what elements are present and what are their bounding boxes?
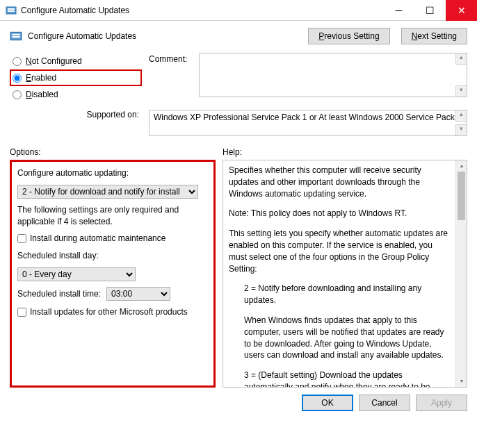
help-scrollbar[interactable]: ▴ ▾ — [455, 160, 467, 387]
state-radio-group: Not Configured Enabled Disabled — [10, 53, 142, 103]
svg-rect-5 — [12, 36, 19, 38]
svg-rect-4 — [12, 34, 19, 35]
help-text: Specifies whether this computer will rec… — [229, 165, 451, 199]
install-during-maintenance-checkbox[interactable]: Install during automatic maintenance — [17, 233, 208, 244]
supported-on-box: Windows XP Professional Service Pack 1 o… — [149, 110, 467, 136]
scroll-up-icon[interactable]: ▴ — [455, 110, 467, 122]
radio-not-configured-input[interactable] — [13, 57, 22, 66]
options-note: The following settings are only required… — [17, 204, 208, 228]
gpo-icon — [6, 5, 17, 16]
scheduled-time-label: Scheduled install time: — [17, 288, 101, 300]
svg-rect-2 — [8, 10, 15, 12]
scroll-down-icon[interactable]: ▾ — [455, 85, 467, 97]
help-text: 2 = Notify before downloading and instal… — [229, 283, 451, 306]
radio-disabled[interactable]: Disabled — [10, 86, 142, 103]
options-pane: Configure automatic updating: 2 - Notify… — [10, 160, 216, 388]
svg-rect-1 — [8, 8, 15, 10]
ok-button[interactable]: OK — [302, 395, 353, 411]
gpo-icon — [10, 30, 22, 42]
next-setting-button[interactable]: Next Setting — [401, 28, 467, 44]
radio-disabled-input[interactable] — [13, 90, 22, 99]
comment-textarea[interactable]: ▴ ▾ — [199, 53, 467, 97]
apply-button[interactable]: Apply — [416, 395, 467, 411]
comment-label: Comment: — [149, 53, 192, 64]
radio-enabled-input[interactable] — [13, 74, 22, 83]
footer: OK Cancel Apply — [0, 388, 477, 418]
cancel-button[interactable]: Cancel — [359, 395, 410, 411]
scroll-down-icon[interactable]: ▾ — [456, 376, 467, 387]
close-button[interactable]: ✕ — [446, 0, 477, 21]
scheduled-time-select[interactable]: 03:00 — [106, 287, 170, 301]
help-text: Note: This policy does not apply to Wind… — [229, 208, 451, 219]
scheduled-day-label: Scheduled install day: — [17, 250, 208, 262]
options-label: Options: — [10, 147, 216, 157]
help-text: This setting lets you specify whether au… — [229, 228, 451, 274]
configure-updating-label: Configure automatic updating: — [17, 167, 208, 179]
scroll-up-icon[interactable]: ▴ — [456, 160, 467, 172]
window-title: Configure Automatic Updates — [21, 6, 383, 15]
help-pane: Specifies whether this computer will rec… — [223, 160, 467, 388]
minimize-button[interactable]: ─ — [383, 0, 414, 21]
previous-setting-button[interactable]: Previous Setting — [308, 28, 389, 44]
radio-enabled[interactable]: Enabled — [10, 69, 142, 86]
supported-on-text: Windows XP Professional Service Pack 1 o… — [149, 110, 467, 124]
help-text: 3 = (Default setting) Download the updat… — [229, 370, 451, 388]
scroll-down-icon[interactable]: ▾ — [455, 124, 467, 135]
header-row: Configure Automatic Updates Previous Set… — [0, 21, 477, 49]
scroll-up-icon[interactable]: ▴ — [455, 53, 467, 65]
scrollbar-thumb[interactable] — [458, 172, 465, 220]
help-text: When Windows finds updates that apply to… — [229, 315, 451, 361]
help-label: Help: — [223, 147, 242, 157]
configure-updating-select[interactable]: 2 - Notify for download and notify for i… — [17, 185, 198, 199]
title-bar: Configure Automatic Updates ─ ☐ ✕ — [0, 0, 477, 21]
radio-not-configured[interactable]: Not Configured — [10, 53, 142, 69]
supported-on-label: Supported on: — [10, 110, 142, 119]
install-other-products-checkbox[interactable]: Install updates for other Microsoft prod… — [17, 306, 208, 318]
page-title: Configure Automatic Updates — [28, 31, 297, 41]
scheduled-day-select[interactable]: 0 - Every day — [17, 267, 136, 281]
maximize-button[interactable]: ☐ — [414, 0, 446, 21]
